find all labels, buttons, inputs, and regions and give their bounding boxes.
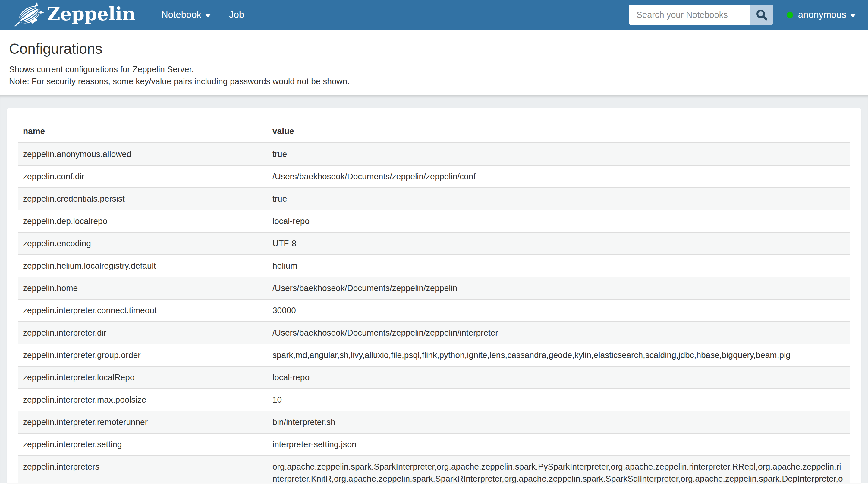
config-value-cell: org.apache.zeppelin.spark.SparkInterpret… [268, 456, 850, 483]
username-label: anonymous [798, 9, 846, 20]
config-value-cell: 10 [268, 389, 850, 411]
page-note: Note: For security reasons, some key/val… [9, 76, 859, 87]
search-icon [756, 9, 767, 21]
config-value-cell: spark,md,angular,sh,livy,alluxio,file,ps… [268, 344, 850, 366]
config-name-cell: zeppelin.helium.localregistry.default [18, 255, 268, 277]
nav-links: Notebook Job [152, 0, 253, 30]
config-value-cell: 30000 [268, 299, 850, 322]
column-header-value: value [268, 120, 850, 143]
config-name-cell: zeppelin.interpreter.max.poolsize [18, 389, 268, 411]
config-name-cell: zeppelin.interpreter.remoterunner [18, 411, 268, 433]
configurations-table: name value zeppelin.anonymous.allowedtru… [18, 120, 850, 483]
connection-status-dot [786, 12, 793, 18]
config-name-cell: zeppelin.interpreter.setting [18, 433, 268, 456]
table-row: zeppelin.interpreter.settinginterpreter-… [18, 433, 850, 456]
configurations-card: name value zeppelin.anonymous.allowedtru… [7, 108, 861, 483]
nav-item-job-label: Job [229, 9, 244, 20]
table-row: zeppelin.interpreter.connect.timeout3000… [18, 299, 850, 322]
config-value-cell: helium [268, 255, 850, 277]
config-value-cell: interpreter-setting.json [268, 433, 850, 456]
config-name-cell: zeppelin.conf.dir [18, 165, 268, 188]
config-value-cell: true [268, 188, 850, 210]
config-value-cell: /Users/baekhoseok/Documents/zeppelin/zep… [268, 165, 850, 188]
config-name-cell: zeppelin.interpreters [18, 456, 268, 483]
table-row: zeppelin.dep.localrepolocal-repo [18, 210, 850, 232]
table-header-row: name value [18, 120, 850, 143]
config-name-cell: zeppelin.interpreter.group.order [18, 344, 268, 366]
config-value-cell: local-repo [268, 366, 850, 389]
table-row: zeppelin.anonymous.allowedtrue [18, 143, 850, 165]
page-description: Shows current configurations for Zeppeli… [9, 63, 859, 76]
user-menu[interactable]: anonymous [786, 9, 856, 20]
table-row: zeppelin.interpreter.dir/Users/baekhoseo… [18, 322, 850, 344]
table-row: zeppelin.interpreter.remoterunnerbin/int… [18, 411, 850, 433]
notebook-search [629, 4, 773, 25]
config-value-cell: true [268, 143, 850, 165]
table-row: zeppelin.interpreter.group.orderspark,md… [18, 344, 850, 366]
column-header-name: name [18, 120, 268, 143]
config-value-cell: bin/interpreter.sh [268, 411, 850, 433]
config-name-cell: zeppelin.interpreter.localRepo [18, 366, 268, 389]
caret-down-icon [205, 14, 211, 18]
config-name-cell: zeppelin.encoding [18, 232, 268, 255]
table-row: zeppelin.conf.dir/Users/baekhoseok/Docum… [18, 165, 850, 188]
table-row: zeppelin.interpreter.max.poolsize10 [18, 389, 850, 411]
config-name-cell: zeppelin.dep.localrepo [18, 210, 268, 232]
search-button[interactable] [750, 4, 773, 25]
nav-item-notebook[interactable]: Notebook [152, 0, 220, 30]
table-row: zeppelin.encodingUTF-8 [18, 232, 850, 255]
table-row: zeppelin.interpreter.localRepolocal-repo [18, 366, 850, 389]
zeppelin-logo-icon [14, 1, 45, 29]
caret-down-icon [850, 14, 856, 18]
brand[interactable]: Zeppelin [14, 1, 135, 29]
nav-item-job[interactable]: Job [220, 0, 253, 30]
config-name-cell: zeppelin.credentials.persist [18, 188, 268, 210]
page-header: Configurations Shows current configurati… [0, 30, 868, 95]
config-name-cell: zeppelin.interpreter.connect.timeout [18, 299, 268, 322]
content-area: name value zeppelin.anonymous.allowedtru… [0, 95, 868, 483]
search-input[interactable] [629, 4, 750, 25]
config-name-cell: zeppelin.anonymous.allowed [18, 143, 268, 165]
table-row: zeppelin.credentials.persisttrue [18, 188, 850, 210]
table-row: zeppelin.helium.localregistry.defaulthel… [18, 255, 850, 277]
brand-title: Zeppelin [47, 5, 135, 25]
nav-item-notebook-label: Notebook [161, 9, 201, 20]
page-title: Configurations [9, 41, 859, 57]
config-table-body: zeppelin.anonymous.allowedtruezeppelin.c… [18, 143, 850, 483]
table-row: zeppelin.home/Users/baekhoseok/Documents… [18, 277, 850, 299]
config-value-cell: local-repo [268, 210, 850, 232]
config-name-cell: zeppelin.home [18, 277, 268, 299]
config-value-cell: /Users/baekhoseok/Documents/zeppelin/zep… [268, 277, 850, 299]
config-name-cell: zeppelin.interpreter.dir [18, 322, 268, 344]
table-row: zeppelin.interpretersorg.apache.zeppelin… [18, 456, 850, 483]
config-value-cell: UTF-8 [268, 232, 850, 255]
top-navbar: Zeppelin Notebook Job anonymous [0, 0, 868, 30]
config-value-cell: /Users/baekhoseok/Documents/zeppelin/zep… [268, 322, 850, 344]
